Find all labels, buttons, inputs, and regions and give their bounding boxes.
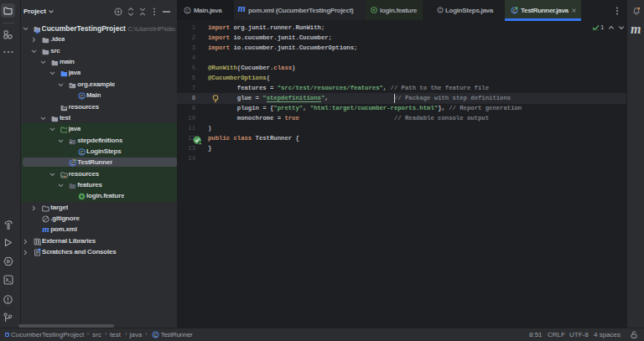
- svg-text:C: C: [80, 150, 84, 155]
- svg-text:C: C: [439, 8, 442, 13]
- svg-text:C: C: [80, 94, 84, 99]
- svg-text:C: C: [512, 8, 516, 13]
- svg-text:C: C: [71, 161, 75, 166]
- svg-text:C: C: [185, 8, 189, 13]
- svg-text:C: C: [154, 333, 158, 338]
